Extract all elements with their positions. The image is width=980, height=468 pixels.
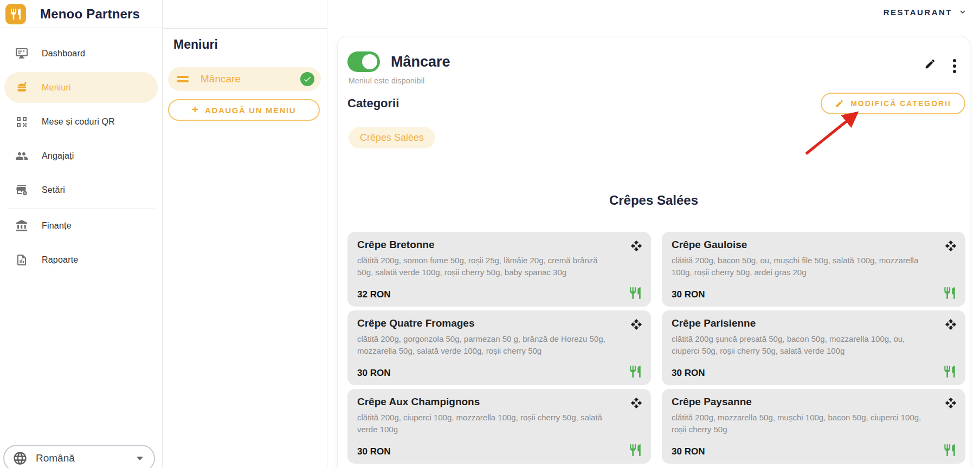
item-description: clătită 200g, mozzarella 50g, mușchi 100… (672, 412, 927, 435)
sidebar-item-label: Angajați (42, 151, 74, 161)
brand-name: Menoo Partners (40, 6, 140, 22)
sidebar-item-label: Setări (42, 185, 65, 195)
menus-panel-topbar (163, 0, 327, 29)
menu-item-card: Crêpe Parisienne clătită 200g șuncă pres… (662, 310, 965, 385)
store-gear-icon (15, 184, 28, 197)
restaurant-icon (943, 443, 957, 457)
categories-heading: Categorii (347, 96, 399, 110)
menoo-logo-icon (5, 4, 26, 24)
sidebar-item-finante[interactable]: Finanțe (4, 210, 158, 241)
plus-icon: + (192, 103, 198, 116)
more-options-button[interactable] (952, 58, 957, 74)
sidebar-item-dashboard[interactable]: Dashboard (4, 38, 158, 69)
menu-detail-card: Mâncare Meniul este disponibil Categorii… (337, 37, 970, 468)
menu-item-card: Crêpe Bretonne clătită 200g, somon fume … (347, 232, 651, 307)
item-description: clătită 200g șuncă presată 50g, bacon 50… (672, 333, 927, 357)
pencil-icon (835, 99, 844, 108)
sidebar-nav: Dashboard Meniuri Mese și coduri QR Anga… (0, 28, 162, 275)
sidebar-item-label: Mese și coduri QR (42, 117, 115, 127)
add-menu-button[interactable]: + ADAUGĂ UN MENIU (168, 99, 320, 121)
sidebar-item-label: Meniuri (42, 83, 71, 93)
restaurant-icon (628, 365, 642, 379)
category-section-title: Crêpes Salées (338, 193, 970, 208)
pencil-icon (924, 58, 936, 70)
menu-item-card: Crêpe Aux Champignons clătită 200g, ciup… (347, 389, 651, 464)
globe-icon (12, 451, 28, 466)
move-icon[interactable] (945, 317, 957, 330)
sidebar-item-label: Finanțe (42, 221, 72, 231)
menu-items-grid: Crêpe Bretonne clătită 200g, somon fume … (338, 208, 970, 464)
menu-list-item-label: Mâncare (201, 73, 300, 85)
move-icon[interactable] (945, 396, 957, 409)
item-description: clătită 200g, gorgonzola 50g, parmezan 5… (357, 333, 612, 357)
menus-panel-title: Meniuri (173, 37, 327, 52)
menu-detail-header-left: Mâncare Meniul este disponibil (347, 51, 450, 85)
menu-detail-actions (924, 58, 957, 85)
restaurant-dropdown[interactable]: RESTAURANT (884, 7, 968, 17)
menoo-partners-app: Menoo Partners Dashboard Meniuri Mese și… (0, 0, 980, 468)
item-price: 30 RON (357, 446, 390, 457)
sidebar-item-mese-si-coduri-qr[interactable]: Mese și coduri QR (4, 106, 158, 137)
restaurant-icon (943, 365, 957, 379)
menu-item-card: Crêpe Gauloise clătită 200g, bacon 50g, … (662, 232, 965, 307)
edit-categories-label: MODIFICĂ CATEGORII (850, 99, 951, 108)
item-description: clătită 200g, bacon 50g, ou, mușchi file… (672, 255, 927, 278)
report-icon (15, 253, 28, 266)
move-icon[interactable] (630, 239, 642, 252)
sidebar: Menoo Partners Dashboard Meniuri Mese și… (0, 0, 163, 468)
categories-row: Categorii MODIFICĂ CATEGORII (338, 85, 970, 114)
sidebar-item-label: Dashboard (42, 49, 85, 58)
category-chips: Crêpes Salées (338, 114, 970, 148)
sidebar-item-rapoarte[interactable]: Rapoarte (4, 244, 158, 275)
item-description: clătită 200g, ciuperci 100g, mozzarella … (357, 412, 612, 435)
item-description: clătită 200g, somon fume 50g, roșii 25g,… (357, 255, 612, 278)
sidebar-item-setari[interactable]: Setări (4, 174, 158, 205)
sidebar-divider (8, 209, 154, 209)
sidebar-item-meniuri[interactable]: Meniuri (4, 72, 158, 103)
category-chip[interactable]: Crêpes Salées (349, 127, 435, 148)
chevron-down-icon (958, 7, 968, 17)
item-price: 30 RON (672, 368, 705, 379)
restaurant-icon (943, 286, 957, 300)
restaurant-dropdown-label: RESTAURANT (884, 8, 952, 17)
drag-handle-icon[interactable] (177, 76, 189, 82)
item-name: Crêpe Parisienne (672, 317, 756, 329)
item-price: 30 RON (672, 289, 705, 300)
item-price: 30 RON (357, 368, 390, 379)
item-name: Crêpe Aux Champignons (357, 396, 480, 408)
item-name: Crêpe Gauloise (672, 239, 747, 251)
sidebar-item-label: Rapoarte (42, 255, 78, 265)
menu-detail-header: Mâncare Meniul este disponibil (338, 37, 970, 85)
item-name: Crêpe Bretonne (357, 239, 435, 251)
brand: Menoo Partners (0, 0, 162, 28)
move-icon[interactable] (630, 396, 642, 409)
menu-title: Mâncare (391, 54, 450, 70)
people-icon (15, 150, 28, 162)
toggle-knob (362, 54, 377, 69)
edit-menu-button[interactable] (924, 58, 936, 70)
dropdown-arrow-icon (137, 457, 143, 460)
sidebar-item-angajati[interactable]: Angajați (4, 140, 158, 171)
move-icon[interactable] (945, 239, 957, 252)
item-name: Crêpe Paysanne (672, 396, 752, 408)
menu-burger-icon (15, 81, 28, 94)
bank-icon (15, 219, 28, 232)
main-content: RESTAURANT Mâncare Meniul este disponibi… (327, 0, 980, 468)
qr-code-icon (15, 115, 28, 128)
menu-item-card: Crêpe Quatre Fromages clătită 200g, gorg… (347, 310, 651, 385)
edit-categories-button[interactable]: MODIFICĂ CATEGORII (821, 93, 965, 114)
item-price: 32 RON (357, 289, 390, 300)
menus-panel: Meniuri Mâncare + ADAUGĂ UN MENIU (163, 0, 327, 468)
language-label: Română (36, 452, 128, 464)
menu-status-text: Meniul este disponibil (349, 76, 450, 85)
menu-availability-toggle[interactable] (347, 51, 380, 72)
monitor-icon (15, 47, 28, 60)
check-circle-icon (300, 72, 314, 86)
language-selector[interactable]: Română (3, 445, 155, 468)
restaurant-icon (628, 443, 642, 457)
item-name: Crêpe Quatre Fromages (357, 317, 474, 329)
menu-list-item-mancare[interactable]: Mâncare (168, 67, 321, 91)
menu-item-card: Crêpe Paysanne clătită 200g, mozzarella … (662, 389, 965, 464)
item-price: 30 RON (672, 446, 705, 457)
move-icon[interactable] (630, 317, 642, 330)
